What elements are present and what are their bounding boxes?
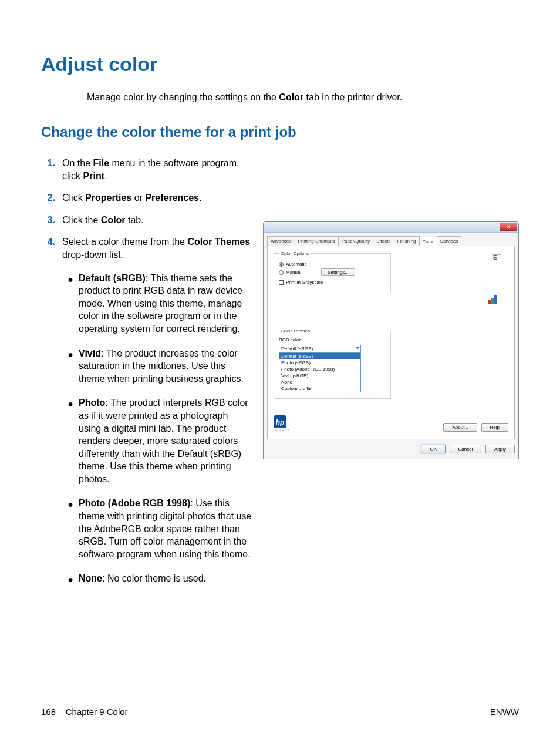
intro-pre: Manage color by changing the settings on… bbox=[87, 92, 279, 102]
bullet-icon: ● bbox=[62, 347, 79, 385]
bullet-1: Default (sRGB): This theme sets the prod… bbox=[79, 272, 252, 335]
color-themes-group: Color Themes RGB color: Default (sRGB) D… bbox=[274, 328, 391, 399]
bullet-5: None: No color theme is used. bbox=[79, 572, 252, 586]
ok-button[interactable]: OK bbox=[421, 445, 446, 453]
rgb-color-combo[interactable]: Default (sRGB) bbox=[279, 345, 361, 353]
step-4-text: Select a color theme from the Color Them… bbox=[62, 236, 252, 598]
grayscale-checkbox[interactable] bbox=[279, 280, 284, 285]
printer-dialog: ✕ Advanced Printing Shortcuts Paper/Qual… bbox=[263, 221, 519, 459]
radio-manual[interactable] bbox=[279, 270, 284, 275]
dialog-footer-buttons: OK Cancel Apply bbox=[267, 443, 515, 455]
combo-option[interactable]: Vivid (sRGB) bbox=[279, 372, 360, 379]
tab-color[interactable]: Color bbox=[419, 237, 437, 246]
chapter-label: Chapter 9 Color bbox=[66, 707, 128, 717]
manual-label: Manual bbox=[286, 270, 301, 275]
bullet-4: Photo (Adobe RGB 1998): Use this theme w… bbox=[79, 497, 252, 560]
combo-option[interactable]: Default (sRGB) bbox=[279, 353, 360, 359]
step-3-text: Click the Color tab. bbox=[62, 214, 252, 227]
hp-logo-icon: hp bbox=[274, 415, 286, 428]
rgb-color-dropdown-list: Default (sRGB) Photo (sRGB) Photo (Adobe… bbox=[279, 353, 361, 392]
tab-effects[interactable]: Effects bbox=[373, 236, 394, 246]
sub-heading: Change the color theme for a print job bbox=[41, 124, 519, 140]
dialog-titlebar[interactable]: ✕ bbox=[264, 222, 518, 233]
apply-button[interactable]: Apply bbox=[485, 445, 515, 453]
combo-option[interactable]: None bbox=[279, 379, 360, 385]
combo-option[interactable]: Photo (sRGB) bbox=[279, 359, 360, 366]
combo-option[interactable]: Photo (Adobe RGB 1998) bbox=[279, 366, 360, 372]
close-icon[interactable]: ✕ bbox=[500, 223, 517, 231]
bullet-icon: ● bbox=[62, 497, 79, 560]
cancel-button[interactable]: Cancel bbox=[450, 445, 482, 453]
footer-right: ENWW bbox=[490, 707, 519, 717]
bullet-2: Vivid: The product increases the color s… bbox=[79, 347, 252, 385]
intro-post: tab in the printer driver. bbox=[303, 92, 402, 102]
tab-printing-shortcuts[interactable]: Printing Shortcuts bbox=[295, 236, 339, 246]
hp-invent-text: invent bbox=[274, 428, 290, 432]
page-footer: 168 Chapter 9 Color ENWW bbox=[41, 707, 519, 717]
tab-paper-quality[interactable]: Paper/Quality bbox=[338, 236, 373, 246]
step-1-text: On the File menu in the software program… bbox=[62, 157, 252, 182]
about-button[interactable]: About... bbox=[443, 423, 477, 432]
rgb-color-label: RGB color: bbox=[279, 337, 386, 342]
bullet-icon: ● bbox=[62, 572, 79, 586]
intro-paragraph: Manage color by changing the settings on… bbox=[87, 92, 519, 103]
step-number: 3. bbox=[45, 214, 62, 227]
color-themes-legend: Color Themes bbox=[279, 328, 312, 334]
step-number: 2. bbox=[45, 191, 62, 204]
combo-option[interactable]: Custom profile bbox=[279, 385, 360, 392]
automatic-label: Automatic bbox=[286, 261, 307, 267]
help-button[interactable]: Help bbox=[481, 423, 508, 432]
step-number: 4. bbox=[45, 236, 62, 598]
steps-list: 1. On the File menu in the software prog… bbox=[41, 157, 252, 598]
step-2-text: Click Properties or Preferences. bbox=[62, 191, 252, 204]
color-panel: E Color Options Automatic Manual Setting… bbox=[267, 246, 515, 439]
bullet-icon: ● bbox=[62, 396, 79, 485]
tab-services[interactable]: Services bbox=[437, 236, 462, 246]
bullet-list: ●Default (sRGB): This theme sets the pro… bbox=[62, 272, 252, 586]
color-options-group: Color Options Automatic Manual Settings.… bbox=[274, 251, 391, 293]
bullet-icon: ● bbox=[62, 272, 79, 335]
bullet-3: Photo: The product interprets RGB color … bbox=[79, 396, 252, 485]
grayscale-label: Print in Grayscale bbox=[286, 280, 323, 285]
preview-e-icon: E bbox=[492, 254, 501, 266]
dialog-tabs: Advanced Printing Shortcuts Paper/Qualit… bbox=[267, 236, 515, 246]
tab-finishing[interactable]: Finishing bbox=[394, 236, 420, 246]
page-number: 168 bbox=[41, 707, 56, 717]
intro-bold: Color bbox=[279, 92, 303, 102]
tab-advanced[interactable]: Advanced bbox=[267, 236, 295, 246]
bars-icon bbox=[488, 294, 501, 304]
color-options-legend: Color Options bbox=[279, 251, 311, 256]
radio-automatic[interactable] bbox=[279, 262, 284, 267]
settings-button[interactable]: Settings... bbox=[321, 268, 355, 276]
page-heading: Adjust color bbox=[41, 53, 519, 76]
step-number: 1. bbox=[45, 157, 62, 182]
